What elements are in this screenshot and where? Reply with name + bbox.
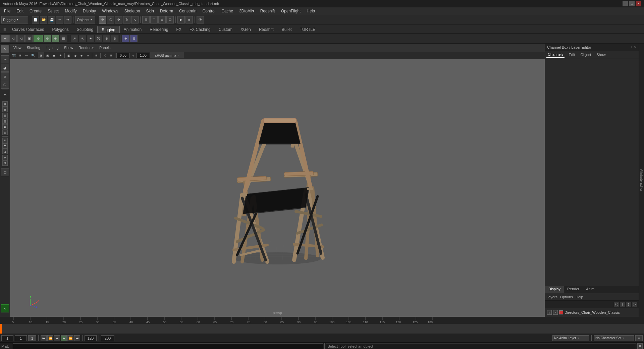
ch-tab-object[interactable]: Object <box>579 52 592 57</box>
ctx-tool-4[interactable]: ▣ <box>25 35 33 42</box>
layer-frame-input[interactable]: 1 <box>28 335 36 341</box>
undo-btn[interactable]: ↩ <box>56 16 63 23</box>
ctx-tool-10[interactable]: ✦ <box>87 35 94 42</box>
tab-xgen[interactable]: XGen <box>236 26 255 33</box>
anim-layer-dropdown[interactable]: No Anim Layer ▾ <box>552 335 589 341</box>
layer-color-swatch[interactable] <box>559 310 563 314</box>
panel-header-btn-1[interactable]: + <box>631 45 633 49</box>
step-fwd-btn[interactable]: ⏩ <box>67 335 73 341</box>
tool-group-6[interactable]: ▨ <box>2 130 8 135</box>
objects-dropdown[interactable]: Objects ▾ <box>75 16 95 23</box>
play-back-btn[interactable]: ◀ <box>54 335 60 341</box>
vp-btn-dof[interactable]: ⊚ <box>85 52 91 58</box>
attribute-editor-panel[interactable]: Attribute Editor <box>639 44 644 317</box>
sculpt-tool[interactable]: ⌀ <box>1 72 9 80</box>
ipr-btn[interactable]: ◈ <box>185 16 193 23</box>
minimize-button[interactable]: ─ <box>623 1 628 6</box>
vp-btn-shadow[interactable]: ◧ <box>66 52 72 58</box>
snap-view-btn[interactable]: ⊡ <box>166 16 174 23</box>
tab-rendering[interactable]: Rendering <box>146 26 172 33</box>
ctx-tool-1[interactable]: ✛ <box>1 35 9 42</box>
vp-btn-solid[interactable]: ▣ <box>45 52 51 58</box>
scale-tool-btn[interactable]: ⤡ <box>131 16 139 23</box>
layer-scroll-right[interactable]: ⟩ <box>626 302 631 307</box>
vp-btn-ao[interactable]: ◕ <box>72 52 78 58</box>
menu-skin[interactable]: Skin <box>144 8 157 14</box>
menu-file[interactable]: File <box>1 8 13 14</box>
ch-tab-edit[interactable]: Edit <box>567 52 576 57</box>
tool-group-2[interactable]: ▩ <box>2 107 8 112</box>
vp-btn-wire[interactable]: ▣ <box>38 52 44 58</box>
tab-animation[interactable]: Animation <box>120 26 146 33</box>
soft-select-tool[interactable]: ◕ <box>1 64 9 72</box>
menu-3dtoall[interactable]: 3DtoAll▾ <box>236 8 257 14</box>
menu-control[interactable]: Control <box>200 8 218 14</box>
tool-group-9[interactable]: ⊟ <box>2 149 8 154</box>
show-hide-btn[interactable]: 👁 <box>197 16 204 23</box>
tool-group-7[interactable]: ≡ <box>2 138 8 143</box>
tab-fx[interactable]: FX <box>172 26 185 33</box>
redo-btn[interactable]: ↪ <box>64 16 71 23</box>
tab-turtle[interactable]: TURTLE <box>296 26 319 33</box>
step-back-btn[interactable]: ⏪ <box>47 335 53 341</box>
vp-menu-show[interactable]: Show <box>62 45 75 50</box>
menu-select[interactable]: Select <box>45 8 61 14</box>
vp-menu-lighting[interactable]: Lighting <box>44 45 61 50</box>
layer-scroll-left[interactable]: ⟨ <box>620 302 625 307</box>
vp-btn-tex[interactable]: ◼ <box>51 52 57 58</box>
save-file-btn[interactable]: 💾 <box>48 16 55 23</box>
gamma-dropdown[interactable]: sRGB gamma ▾ <box>150 52 184 58</box>
ch-tab-channels[interactable]: Channels <box>546 52 565 58</box>
script-editor-btn[interactable]: ≡ <box>637 343 643 349</box>
ctx-tool-13[interactable]: ⊚ <box>111 35 118 42</box>
vp-btn-grid[interactable]: ⋯ <box>23 52 30 58</box>
ch-tab-show[interactable]: Show <box>595 52 607 57</box>
gamma-input-1[interactable]: 0.00 <box>116 53 130 58</box>
ctx-tool-11[interactable]: ⌘ <box>95 35 102 42</box>
maximize-button[interactable]: □ <box>629 1 635 6</box>
tab-polygons[interactable]: Polygons <box>48 26 72 33</box>
menu-display[interactable]: Display <box>80 8 99 14</box>
anim-end-input[interactable]: 200 <box>101 335 114 341</box>
render-btn[interactable]: ▶ <box>177 16 185 23</box>
ctx-tool-9[interactable]: ↖ <box>79 35 86 42</box>
window-controls[interactable]: ─ □ ✕ <box>623 1 641 6</box>
sub-frame-input[interactable]: 1 <box>15 335 27 341</box>
tab-custom[interactable]: Custom <box>215 26 236 33</box>
menu-redshift[interactable]: Redshift <box>258 8 278 14</box>
tool-group-5[interactable]: ▣ <box>2 124 8 130</box>
arnold-icon[interactable]: A <box>1 304 9 312</box>
tab-rigging[interactable]: Rigging <box>97 26 120 33</box>
mode-dropdown[interactable]: Rigging ▾ <box>1 16 28 23</box>
open-file-btn[interactable]: 📂 <box>40 16 47 23</box>
vp-btn-res2[interactable]: ⟩⟨ <box>102 52 108 58</box>
vp-btn-camera[interactable]: 📷 <box>11 52 17 58</box>
close-button[interactable]: ✕ <box>636 1 641 6</box>
tab-fx-caching[interactable]: FX Caching <box>185 26 215 33</box>
timeline-track[interactable] <box>0 324 644 334</box>
vp-btn-light[interactable]: ☀ <box>57 52 63 58</box>
select-tool[interactable]: ↖ <box>1 45 9 53</box>
new-file-btn[interactable]: 📄 <box>32 16 39 23</box>
gamma-input-2[interactable]: 1.00 <box>137 53 150 58</box>
vertex-color-tool[interactable]: ⬡ <box>1 81 9 89</box>
vp-menu-view[interactable]: View <box>11 45 23 50</box>
vp-menu-shading[interactable]: Shading <box>25 45 42 50</box>
ctx-tool-8[interactable]: ↗ <box>71 35 78 42</box>
tool-group-4[interactable]: ▧ <box>2 118 8 124</box>
layer-vis-p[interactable]: P <box>553 310 558 315</box>
tool-group-3[interactable]: ▤ <box>2 113 8 118</box>
char-set-icon-btn[interactable]: ≡ <box>635 335 643 341</box>
vp-btn-motion[interactable]: ◈ <box>78 52 85 58</box>
menu-windows[interactable]: Windows <box>99 8 121 14</box>
goto-start-btn[interactable]: ⏮ <box>41 335 47 341</box>
snap-grid-btn[interactable]: ⊞ <box>142 16 150 23</box>
current-frame-input[interactable]: 1 <box>1 335 13 341</box>
paint-tool[interactable]: ✏ <box>1 55 9 63</box>
panel-close-btn[interactable]: ✕ <box>634 45 637 49</box>
ctx-tool-5[interactable]: ⊙ <box>44 35 51 42</box>
disp-tab-anim[interactable]: Anim <box>583 286 598 293</box>
ctx-tool-7[interactable]: ▦ <box>60 35 67 42</box>
tool-group-1[interactable]: ▦ <box>2 101 8 107</box>
menu-create[interactable]: Create <box>27 8 44 14</box>
